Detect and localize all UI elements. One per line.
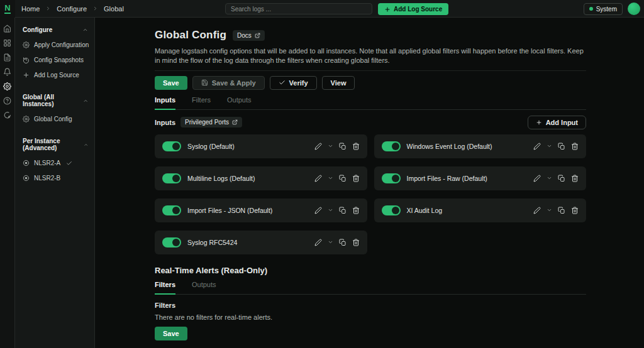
gear-icon [23,116,30,122]
sidebar-section-global[interactable]: Global (All Instances) [23,94,88,107]
input-label: Import Files - JSON (Default) [187,207,272,214]
save-button[interactable]: Save [155,76,187,90]
docs-link[interactable]: Docs [233,30,265,41]
input-card-syslog-rfc5424: Syslog RFC5424 [155,231,367,254]
sidebar-item-config-snapshots[interactable]: Config Snapshots [23,57,88,63]
edit-icon[interactable] [314,239,322,246]
bell-icon[interactable] [3,68,11,76]
sidebar-item-global-config[interactable]: Global Config [23,116,88,122]
avatar[interactable] [628,3,640,15]
gear-icon[interactable] [3,82,11,90]
help-icon[interactable] [3,97,11,105]
tab-inputs[interactable]: Inputs [155,96,175,110]
alerts-tab-filters[interactable]: Filters [155,281,175,295]
plus-icon [536,119,542,126]
tab-filters[interactable]: Filters [192,96,211,109]
support-icon[interactable] [3,111,11,119]
copy-icon[interactable] [339,207,347,214]
trash-icon[interactable] [571,207,579,214]
input-toggle[interactable] [382,173,401,183]
alerts-tabs: Filters Outputs [155,281,586,295]
edit-icon[interactable] [314,175,322,182]
input-card-xi-audit-log: XI Audit Log [374,198,587,222]
input-label: Syslog RFC5424 [187,239,237,246]
edit-icon[interactable] [533,175,541,182]
sidebar-item-add-log-source[interactable]: Add Log Source [23,72,88,79]
trash-icon[interactable] [352,175,360,182]
copy-icon[interactable] [339,239,347,246]
inputs-grid: Syslog (Default) Windows Event Log (Defa… [155,134,586,254]
sidebar-item-nlsr2-b[interactable]: NLSR2-B [23,175,88,182]
chevron-down-icon[interactable] [547,207,552,213]
privileged-ports-link[interactable]: Privileged Ports [180,117,242,128]
chevron-down-icon[interactable] [328,175,333,181]
check-icon [279,79,286,86]
verify-button[interactable]: Verify [270,76,317,90]
save-and-apply-button[interactable]: Save & Apply [192,76,265,90]
input-card-import-files-raw: Import Files - Raw (Default) [374,166,587,190]
breadcrumb-configure[interactable]: Configure [57,5,87,13]
search-input[interactable] [225,3,372,14]
divider [155,70,586,71]
input-toggle[interactable] [162,205,181,215]
copy-icon[interactable] [558,143,565,150]
app-logo[interactable]: N [0,0,15,18]
chevron-up-icon [84,142,88,148]
sidebar-section-configure[interactable]: Configure [23,26,88,33]
main-content: Global Config Docs Manage logstash confi… [95,18,644,348]
sidebar-item-apply-configuration[interactable]: Apply Configuration [23,41,88,48]
copy-icon[interactable] [558,175,565,182]
plus-icon [23,72,30,79]
view-button[interactable]: View [322,76,355,90]
trash-icon[interactable] [571,143,579,150]
edit-icon[interactable] [533,143,541,150]
trash-icon[interactable] [352,239,360,246]
tab-outputs[interactable]: Outputs [227,96,252,109]
add-log-source-button[interactable]: Add Log Source [378,3,448,15]
edit-icon[interactable] [533,207,541,214]
icon-rail [0,18,15,348]
copy-icon[interactable] [339,175,347,182]
input-label: Syslog (Default) [187,143,235,150]
trash-icon[interactable] [352,207,360,214]
copy-icon[interactable] [339,143,347,150]
input-label: Windows Event Log (Default) [407,143,492,150]
alerts-tab-outputs[interactable]: Outputs [192,281,216,294]
breadcrumb-global: Global [104,5,124,13]
copy-icon[interactable] [558,207,565,214]
check-icon [66,160,72,166]
edit-icon[interactable] [314,207,322,214]
chevron-down-icon[interactable] [547,175,552,181]
alerts-save-button[interactable]: Save [155,327,187,340]
chevron-down-icon[interactable] [328,207,333,213]
dashboard-icon[interactable] [3,39,11,47]
chevron-right-icon [45,6,51,11]
input-toggle[interactable] [382,141,401,151]
input-label: XI Audit Log [407,207,443,214]
add-input-button[interactable]: Add Input [528,116,586,129]
input-toggle[interactable] [162,237,181,247]
input-card-multiline-logs: Multiline Logs (Default) [155,166,367,190]
home-icon[interactable] [3,24,11,33]
chevron-up-icon [82,27,88,33]
trash-icon[interactable] [571,175,579,182]
input-toggle[interactable] [162,173,181,183]
history-icon [23,57,30,63]
chevron-down-icon[interactable] [328,239,333,245]
system-status-button[interactable]: System [584,3,623,15]
sidebar-item-nlsr2-a[interactable]: NLSR2-A [23,160,88,166]
input-label: Multiline Logs (Default) [187,175,255,182]
breadcrumb: Home Configure Global [21,5,124,13]
document-icon[interactable] [3,53,11,62]
chevron-down-icon[interactable] [547,143,552,149]
chevron-down-icon[interactable] [328,143,333,149]
edit-icon[interactable] [314,143,322,150]
trash-icon[interactable] [352,143,360,150]
breadcrumb-home[interactable]: Home [21,5,40,13]
sidebar-section-per-instance[interactable]: Per Instance (Advanced) [23,138,88,151]
input-card-import-files-json: Import Files - JSON (Default) [155,198,367,222]
inputs-section-label: Inputs [155,119,175,126]
radio-icon [23,175,30,182]
input-toggle[interactable] [162,141,181,151]
input-toggle[interactable] [382,205,401,215]
